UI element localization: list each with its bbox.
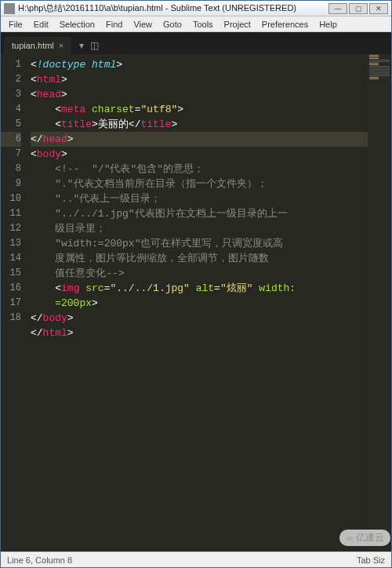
line-number: 2: [1, 72, 21, 87]
code-area[interactable]: <!doctype html><html><head> <meta charse…: [26, 54, 368, 552]
menu-find[interactable]: Find: [101, 18, 127, 31]
status-tabsize[interactable]: Tab Siz: [357, 555, 385, 565]
tabbar-icons: ▾ ◫: [79, 40, 99, 54]
menu-project[interactable]: Project: [220, 18, 256, 31]
line-number: 9: [1, 177, 21, 191]
minimap[interactable]: [368, 54, 391, 552]
menu-help[interactable]: Help: [314, 18, 342, 31]
watermark-icon: ∞: [346, 533, 353, 544]
line-number: 5: [1, 117, 21, 132]
line-number: 6: [1, 132, 21, 147]
line-number: 18: [1, 311, 21, 326]
status-cursor[interactable]: Line 6, Column 8: [7, 555, 72, 565]
line-number: 7: [1, 147, 21, 162]
split-icon[interactable]: ◫: [90, 40, 99, 51]
app-icon: [4, 3, 15, 14]
menu-view[interactable]: View: [129, 18, 157, 31]
tabbar: tupian.html × ▾ ◫: [1, 32, 391, 54]
tab-tupian[interactable]: tupian.html ×: [4, 37, 71, 54]
statusbar: Line 6, Column 8 Tab Siz: [1, 552, 391, 567]
application-window: H:\php\总结\20161110\a\b\tupian.html - Sub…: [0, 0, 392, 568]
menu-preferences[interactable]: Preferences: [257, 18, 313, 31]
close-button[interactable]: ✕: [369, 3, 388, 14]
line-number: 3: [1, 87, 21, 102]
line-number: 14: [1, 251, 21, 266]
line-number: 4: [1, 102, 21, 117]
line-number: 11: [1, 206, 21, 221]
watermark: ∞ 亿速云: [339, 530, 390, 546]
line-number: 8: [1, 162, 21, 177]
menu-file[interactable]: File: [4, 18, 27, 31]
line-gutter: 1 2 3 4 5 6 7 8 9 10 11 12 13 14 15 16 1…: [1, 54, 26, 552]
maximize-button[interactable]: ▢: [349, 3, 368, 14]
line-number: 16: [1, 281, 21, 296]
menu-selection[interactable]: Selection: [55, 18, 100, 31]
titlebar[interactable]: H:\php\总结\20161110\a\b\tupian.html - Sub…: [1, 1, 391, 16]
line-number: 10: [1, 191, 21, 206]
line-number: 1: [1, 57, 21, 72]
menu-edit[interactable]: Edit: [29, 18, 53, 31]
window-controls: — ▢ ✕: [328, 3, 388, 14]
dropdown-icon[interactable]: ▾: [79, 40, 84, 51]
line-number: 12: [1, 221, 21, 236]
line-number: 17: [1, 296, 21, 311]
line-number: 15: [1, 266, 21, 281]
editor: 1 2 3 4 5 6 7 8 9 10 11 12 13 14 15 16 1…: [1, 54, 391, 552]
tab-label: tupian.html: [12, 41, 54, 50]
menu-goto[interactable]: Goto: [158, 18, 187, 31]
menu-tools[interactable]: Tools: [188, 18, 218, 31]
window-title: H:\php\总结\20161110\a\b\tupian.html - Sub…: [18, 2, 328, 14]
watermark-text: 亿速云: [356, 531, 384, 544]
line-number: 13: [1, 236, 21, 251]
menubar: File Edit Selection Find View Goto Tools…: [1, 16, 391, 32]
tab-close-icon[interactable]: ×: [59, 41, 64, 50]
minimize-button[interactable]: —: [328, 3, 347, 14]
